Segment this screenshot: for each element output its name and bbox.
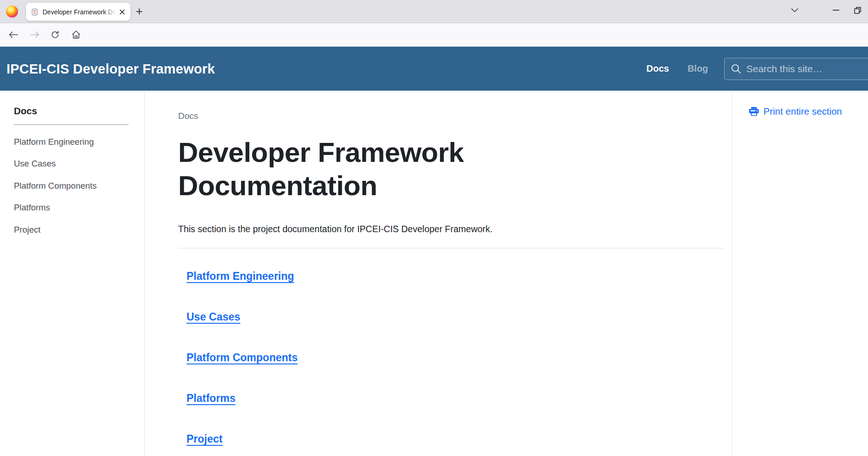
minimize-button[interactable] <box>825 2 847 18</box>
restore-icon <box>854 7 861 14</box>
restore-button[interactable] <box>847 2 868 18</box>
page-title: Developer Framework Documentation <box>178 136 641 203</box>
breadcrumb[interactable]: Docs <box>178 111 724 121</box>
browser-chrome: Developer Framework Documen <box>0 0 868 47</box>
back-arrow-icon <box>9 31 18 38</box>
search-input[interactable] <box>746 63 868 74</box>
back-button[interactable] <box>6 27 21 43</box>
list-all-tabs-button[interactable] <box>784 2 805 18</box>
reload-button[interactable] <box>47 27 63 43</box>
main-content: Docs Developer Framework Documentation T… <box>145 91 732 456</box>
content-divider <box>178 248 724 248</box>
docs-sidebar: Docs Platform Engineering Use Cases Plat… <box>0 91 145 456</box>
sidebar-heading[interactable]: Docs <box>14 105 129 117</box>
right-column: Print entire section <box>732 91 868 456</box>
nav-link-blog[interactable]: Blog <box>688 63 708 74</box>
sidebar-item-platform-components[interactable]: Platform Components <box>14 181 129 191</box>
main-nav: Docs Blog <box>646 47 708 91</box>
browser-tab[interactable]: Developer Framework Documen <box>26 3 130 21</box>
tab-bar: Developer Framework Documen <box>0 0 868 23</box>
window-controls <box>784 0 868 20</box>
forward-button[interactable] <box>27 27 43 43</box>
chevron-down-icon <box>791 8 798 12</box>
section-link-project[interactable]: Project <box>186 433 223 445</box>
sidebar-divider <box>14 124 129 125</box>
page-favicon-icon <box>31 8 38 16</box>
section-link-platforms[interactable]: Platforms <box>186 392 236 405</box>
sidebar-item-project[interactable]: Project <box>14 225 129 235</box>
section-links: Platform Engineering Use Cases Platform … <box>178 270 724 445</box>
site-header: IPCEI-CIS Developer Framework Docs Blog <box>0 47 868 91</box>
section-link-platform-components[interactable]: Platform Components <box>186 351 298 364</box>
site-brand[interactable]: IPCEI-CIS Developer Framework <box>6 61 215 76</box>
section-link-platform-engineering[interactable]: Platform Engineering <box>186 270 294 283</box>
tab-title: Developer Framework Documen <box>43 8 118 16</box>
search-icon <box>731 64 741 74</box>
forward-arrow-icon <box>30 31 39 38</box>
home-button[interactable] <box>68 27 84 43</box>
navigation-toolbar: localhost:1313/docs/ 117% <box>0 23 868 47</box>
site-search-box[interactable] <box>724 58 868 80</box>
reload-icon <box>51 31 59 39</box>
nav-link-docs[interactable]: Docs <box>646 63 669 74</box>
new-tab-button[interactable] <box>133 6 145 18</box>
intro-paragraph: This section is the project documentatio… <box>178 224 724 234</box>
minimize-icon <box>833 10 839 11</box>
sidebar-item-platform-engineering[interactable]: Platform Engineering <box>14 137 129 147</box>
plus-icon <box>136 8 143 15</box>
page-body: Docs Platform Engineering Use Cases Plat… <box>0 91 868 456</box>
tab-close-icon[interactable] <box>118 7 127 17</box>
firefox-logo-icon[interactable] <box>6 6 18 18</box>
home-icon <box>72 31 81 39</box>
print-section-label: Print entire section <box>763 106 842 117</box>
printer-icon <box>749 106 759 117</box>
print-section-link[interactable]: Print entire section <box>749 106 868 117</box>
sidebar-item-platforms[interactable]: Platforms <box>14 203 129 213</box>
sidebar-item-use-cases[interactable]: Use Cases <box>14 159 129 169</box>
section-link-use-cases[interactable]: Use Cases <box>186 311 240 323</box>
